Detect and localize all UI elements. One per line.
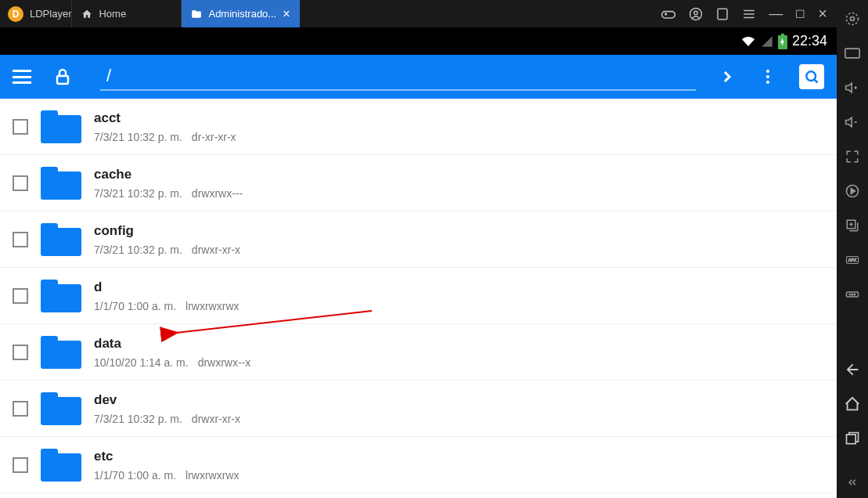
file-name: config bbox=[94, 223, 824, 239]
file-row[interactable]: etc 1/1/70 1:00 a. m.lrwxrwxrwx bbox=[0, 437, 837, 493]
home-icon bbox=[81, 9, 92, 20]
tab-file-manager[interactable]: Administrado... × bbox=[181, 0, 299, 27]
emulator-title-bar: D LDPlayer Home Administrado... × — ☐ × bbox=[0, 0, 837, 27]
svg-point-1 bbox=[694, 11, 698, 15]
battery-icon bbox=[778, 34, 787, 49]
volume-up-icon[interactable] bbox=[843, 78, 862, 97]
svg-point-34 bbox=[854, 294, 855, 295]
file-meta: 10/10/20 1:14 a. m.drwxrwx--x bbox=[94, 356, 824, 369]
close-button[interactable]: × bbox=[818, 5, 827, 23]
file-row[interactable]: config 7/3/21 10:32 p. m.drwxr-xr-x bbox=[0, 211, 837, 268]
chevron-right-icon[interactable] bbox=[718, 67, 737, 86]
more-icon[interactable] bbox=[843, 285, 862, 304]
search-button[interactable] bbox=[799, 64, 824, 89]
svg-point-10 bbox=[766, 75, 769, 78]
tab-label: Home bbox=[99, 8, 126, 20]
checkbox[interactable] bbox=[13, 345, 28, 360]
tablet-icon[interactable] bbox=[715, 7, 729, 21]
checkbox[interactable] bbox=[13, 232, 28, 247]
file-name: dev bbox=[94, 392, 824, 408]
svg-marker-20 bbox=[846, 117, 852, 127]
svg-marker-19 bbox=[846, 83, 852, 92]
search-icon bbox=[804, 69, 819, 85]
signal-icon bbox=[761, 35, 773, 48]
svg-point-11 bbox=[766, 81, 769, 84]
checkbox[interactable] bbox=[13, 119, 28, 135]
settings-icon[interactable] bbox=[843, 9, 862, 28]
svg-point-12 bbox=[806, 71, 816, 81]
file-name: d bbox=[94, 280, 824, 295]
home-icon[interactable] bbox=[843, 395, 862, 413]
svg-rect-16 bbox=[845, 49, 859, 58]
folder-icon bbox=[41, 167, 81, 200]
tab-home[interactable]: Home bbox=[71, 0, 181, 27]
close-icon[interactable]: × bbox=[283, 7, 290, 21]
gamepad-icon[interactable] bbox=[661, 6, 676, 22]
checkbox[interactable] bbox=[13, 401, 28, 417]
file-meta: 7/3/21 10:32 p. m.drwxr-xr-x bbox=[94, 244, 824, 256]
app-name: LDPlayer bbox=[30, 8, 71, 20]
file-name: acct bbox=[94, 110, 824, 126]
volume-down-icon[interactable] bbox=[843, 113, 862, 132]
svg-rect-35 bbox=[847, 435, 856, 444]
collapse-icon[interactable] bbox=[843, 473, 862, 492]
svg-marker-23 bbox=[851, 189, 855, 194]
folder-icon bbox=[41, 280, 81, 312]
user-icon[interactable] bbox=[689, 7, 703, 21]
file-meta: 7/3/21 10:32 p. m.drwxrwx--- bbox=[94, 187, 824, 200]
file-meta: 7/3/21 10:32 p. m.drwxr-xr-x bbox=[94, 413, 824, 425]
folder-icon bbox=[191, 9, 202, 20]
file-name: cache bbox=[94, 167, 824, 182]
file-name: data bbox=[94, 336, 824, 352]
checkbox[interactable] bbox=[13, 457, 28, 473]
emulator-sidebar: APK bbox=[837, 0, 868, 498]
folder-icon bbox=[41, 223, 81, 256]
folder-icon bbox=[41, 110, 81, 143]
file-meta: 1/1/70 1:00 a. m.lrwxrwxrwx bbox=[94, 300, 824, 312]
svg-line-13 bbox=[814, 79, 817, 82]
more-vert-icon[interactable] bbox=[758, 67, 777, 86]
file-row[interactable]: acct 7/3/21 10:32 p. m.dr-xr-xr-x bbox=[0, 99, 837, 155]
file-list[interactable]: acct 7/3/21 10:32 p. m.dr-xr-xr-x cache … bbox=[0, 99, 837, 498]
file-row[interactable]: dev 7/3/21 10:32 p. m.drwxr-xr-x bbox=[0, 381, 837, 437]
file-meta: 1/1/70 1:00 a. m.lrwxrwxrwx bbox=[94, 469, 824, 482]
minimize-button[interactable]: — bbox=[769, 5, 783, 22]
ldplayer-logo: D bbox=[8, 6, 23, 22]
wifi-icon bbox=[740, 35, 756, 48]
recent-apps-icon[interactable] bbox=[843, 429, 862, 448]
checkbox[interactable] bbox=[13, 288, 28, 304]
menu-icon[interactable] bbox=[742, 7, 756, 21]
svg-point-15 bbox=[847, 13, 859, 25]
svg-point-14 bbox=[851, 17, 855, 21]
fullscreen-icon[interactable] bbox=[843, 147, 862, 166]
status-time: 22:34 bbox=[792, 33, 827, 49]
lock-icon[interactable] bbox=[53, 67, 72, 86]
path-input[interactable] bbox=[100, 63, 696, 91]
file-row[interactable]: data 10/10/20 1:14 a. m.drwxrwx--x bbox=[0, 324, 837, 381]
keyboard-icon[interactable] bbox=[843, 44, 862, 63]
svg-point-9 bbox=[766, 70, 769, 73]
file-manager-toolbar bbox=[0, 55, 837, 99]
folder-icon bbox=[41, 336, 81, 369]
tab-label: Administrado... bbox=[208, 8, 276, 20]
hamburger-menu-button[interactable] bbox=[13, 70, 31, 84]
file-row[interactable]: cache 7/3/21 10:32 p. m.drwxrwx--- bbox=[0, 155, 837, 211]
svg-text:APK: APK bbox=[848, 258, 857, 262]
checkbox[interactable] bbox=[13, 175, 28, 191]
folder-icon bbox=[41, 392, 81, 425]
svg-point-32 bbox=[849, 294, 851, 295]
android-status-bar: 22:34 bbox=[0, 27, 837, 55]
sync-icon[interactable] bbox=[843, 182, 862, 200]
folder-icon bbox=[41, 449, 81, 482]
multi-instance-icon[interactable] bbox=[843, 216, 862, 235]
maximize-button[interactable]: ☐ bbox=[795, 8, 805, 20]
svg-rect-8 bbox=[57, 76, 68, 84]
svg-rect-2 bbox=[718, 9, 727, 20]
file-meta: 7/3/21 10:32 p. m.dr-xr-xr-x bbox=[94, 131, 824, 143]
svg-rect-7 bbox=[781, 34, 784, 35]
file-name: etc bbox=[94, 449, 824, 464]
svg-point-33 bbox=[852, 294, 853, 295]
back-icon[interactable] bbox=[843, 360, 862, 379]
apk-icon[interactable]: APK bbox=[843, 251, 862, 269]
file-row[interactable]: d 1/1/70 1:00 a. m.lrwxrwxrwx bbox=[0, 268, 837, 324]
